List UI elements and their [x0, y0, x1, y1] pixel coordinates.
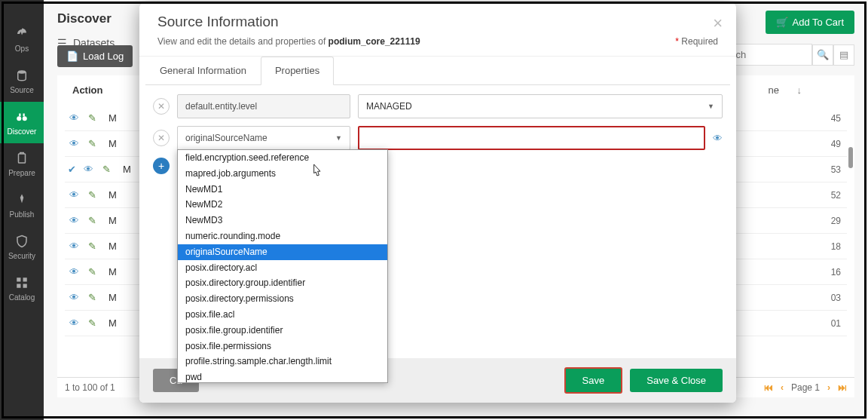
sort-icon[interactable]: ↓: [797, 84, 802, 96]
dropdown-item[interactable]: NewMD2: [178, 197, 387, 213]
row-label: M: [108, 215, 117, 226]
svg-rect-4: [17, 277, 20, 281]
view-icon[interactable]: 👁: [69, 189, 79, 201]
row-label: M: [108, 138, 117, 149]
row-label: M: [108, 112, 117, 124]
nav-ops[interactable]: Ops: [0, 19, 44, 60]
grid-icon: [14, 275, 29, 290]
row-label: M: [123, 164, 131, 175]
view-icon[interactable]: 👁: [69, 112, 79, 124]
scrollbar-thumb[interactable]: [848, 147, 853, 168]
dropdown-item[interactable]: posix.directory.permissions: [178, 291, 387, 307]
view-icon[interactable]: 👁: [69, 138, 79, 149]
page-title: Discover: [57, 11, 112, 26]
save-button[interactable]: Save: [564, 367, 623, 394]
delete-property-button[interactable]: ✕: [153, 98, 170, 115]
row-value: 49: [831, 139, 847, 149]
dropdown-item[interactable]: posix.file.permissions: [178, 339, 387, 354]
property-value-input[interactable]: [358, 126, 705, 150]
left-nav: Ops Source Discover Prepare Publish Secu…: [0, 0, 44, 420]
property-key-select[interactable]: originalSourceName ▼: [177, 126, 350, 150]
dropdown-item[interactable]: numeric.rounding.mode: [178, 228, 387, 244]
edit-icon[interactable]: ✎: [88, 292, 96, 303]
tab-general[interactable]: General Information: [145, 57, 261, 84]
row-value: 52: [831, 190, 847, 201]
svg-point-2: [23, 116, 27, 121]
view-icon[interactable]: 👁: [69, 292, 79, 303]
row-label: M: [108, 266, 117, 277]
dropdown-item[interactable]: pwd: [178, 369, 387, 383]
property-row: ✕ originalSourceName ▼ 👁: [153, 126, 723, 150]
next-page[interactable]: ›: [827, 382, 830, 393]
row-label: M: [108, 292, 117, 303]
edit-icon[interactable]: ✎: [102, 164, 111, 175]
dropdown-item[interactable]: NewMD3: [178, 213, 387, 228]
property-key-dropdown[interactable]: field.encryption.seed.referencemapred.jo…: [177, 149, 388, 383]
dropdown-item[interactable]: field.encryption.seed.reference: [178, 150, 387, 166]
row-value: 01: [831, 318, 847, 329]
visibility-toggle[interactable]: 👁: [713, 133, 723, 144]
search-button[interactable]: 🔍: [812, 44, 833, 66]
edit-icon[interactable]: ✎: [88, 112, 96, 124]
dropdown-item[interactable]: posix.file.group.identifier: [178, 323, 387, 339]
shield-icon: [14, 234, 29, 249]
nav-label: Prepare: [8, 169, 35, 177]
nav-label: Security: [8, 252, 35, 260]
search-icon: 🔍: [817, 49, 829, 60]
database-icon: [14, 68, 29, 83]
property-value-select[interactable]: MANAGED ▼: [358, 94, 723, 118]
row-value: 18: [831, 241, 847, 252]
delete-property-button[interactable]: ✕: [153, 130, 170, 146]
source-info-modal: × Source Information View and edit the d…: [139, 3, 736, 403]
dropdown-item[interactable]: originalSourceName: [178, 244, 387, 260]
edit-icon[interactable]: ✎: [88, 317, 96, 329]
nav-discover[interactable]: Discover: [0, 102, 44, 143]
svg-rect-5: [23, 277, 27, 281]
dashboard-icon: [14, 26, 29, 41]
nav-source[interactable]: Source: [0, 60, 44, 102]
property-key-field: default.entity.level: [177, 94, 350, 118]
load-logs-button[interactable]: 📄 Load Log: [57, 45, 133, 67]
edit-icon[interactable]: ✎: [88, 215, 96, 226]
first-page[interactable]: ⏮: [764, 382, 773, 393]
nav-catalog[interactable]: Catalog: [0, 268, 44, 309]
dropdown-item[interactable]: posix.file.acl: [178, 307, 387, 323]
nav-security[interactable]: Security: [0, 226, 44, 268]
page-label: Page 1: [791, 382, 820, 393]
nav-prepare[interactable]: Prepare: [0, 143, 44, 185]
dropdown-item[interactable]: profile.string.sample.char.length.limit: [178, 354, 387, 369]
add-to-cart-button[interactable]: 🛒 Add To Cart: [766, 11, 854, 34]
nav-label: Publish: [10, 210, 35, 219]
columns-button[interactable]: ▤: [833, 44, 854, 66]
view-icon[interactable]: 👁: [84, 164, 93, 175]
view-icon[interactable]: 👁: [69, 266, 79, 277]
dropdown-item[interactable]: NewMD1: [178, 182, 387, 198]
svg-point-1: [17, 116, 21, 121]
edit-icon[interactable]: ✎: [88, 241, 96, 252]
view-icon[interactable]: 👁: [69, 215, 79, 226]
caret-icon: ▼: [335, 134, 342, 142]
dropdown-item[interactable]: posix.directory.group.identifier: [178, 275, 387, 291]
row-value: 03: [831, 293, 847, 303]
dropdown-item[interactable]: mapred.job.arguments: [178, 166, 387, 182]
save-close-button[interactable]: Save & Close: [630, 369, 723, 392]
edit-icon[interactable]: ✎: [88, 138, 96, 149]
edit-icon[interactable]: ✎: [88, 266, 96, 277]
edit-icon[interactable]: ✎: [88, 189, 96, 201]
document-icon: 📄: [66, 51, 78, 62]
add-property-button[interactable]: +: [153, 158, 170, 174]
close-button[interactable]: ×: [713, 14, 723, 33]
view-icon[interactable]: 👁: [69, 241, 79, 252]
required-indicator: * Required: [675, 36, 718, 47]
dropdown-item[interactable]: posix.directory.acl: [178, 260, 387, 276]
view-icon[interactable]: 👁: [69, 317, 79, 329]
row-value: 16: [831, 267, 847, 277]
tab-properties[interactable]: Properties: [261, 57, 334, 85]
svg-rect-6: [17, 284, 20, 288]
last-page[interactable]: ⏭: [838, 382, 847, 393]
prev-page[interactable]: ‹: [781, 382, 784, 393]
row-label: M: [108, 317, 117, 329]
nav-publish[interactable]: Publish: [0, 185, 44, 226]
cart-icon: 🛒: [776, 17, 788, 28]
modal-subtitle: View and edit the details and properties…: [157, 36, 420, 47]
